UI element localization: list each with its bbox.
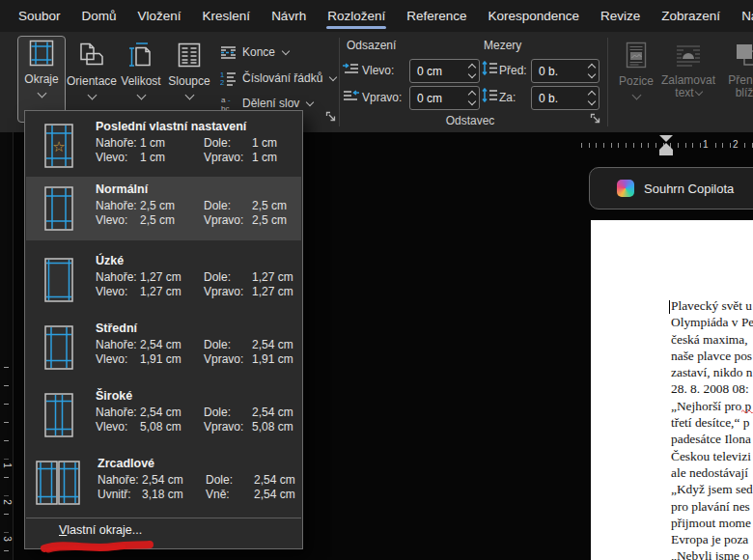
spinner-down-icon[interactable] <box>468 70 476 78</box>
spinner-down-icon[interactable] <box>588 98 596 105</box>
vertical-ruler[interactable]: 1 2 3 4 5 6 7 <box>0 132 14 560</box>
svg-text:2: 2 <box>220 78 224 86</box>
document-text[interactable]: Plavecký svět u Olympiáda v Pe česká max… <box>671 297 753 560</box>
spinner-down-icon[interactable] <box>588 70 596 78</box>
spinner-arrows[interactable] <box>469 63 475 79</box>
margin-label: Vlevo: <box>96 151 140 165</box>
chevron-down-icon <box>184 91 194 100</box>
doc-line: Českou televizi <box>671 448 753 464</box>
orientation-button[interactable]: Orientace <box>67 39 117 98</box>
menu-item-normal[interactable]: Normální Nahoře:2,5 cmDole:2,5 cm Vlevo:… <box>26 177 301 240</box>
doc-line: přijmout mome <box>671 515 753 531</box>
margin-label: Nahoře: <box>96 338 140 352</box>
spinner-arrows[interactable] <box>589 90 595 106</box>
tab-vlozeni[interactable]: Vložení <box>127 0 192 32</box>
tab-rozlozeni[interactable]: Rozložení <box>317 0 396 32</box>
svg-text:a: a <box>221 96 226 104</box>
doc-line: 28. 8. 2008 08: <box>671 380 753 397</box>
tab-revize[interactable]: Revize <box>590 0 651 32</box>
spacing-section-label: Mezery <box>484 39 521 52</box>
margin-label: Dole: <box>206 473 254 488</box>
indent-left-spinner[interactable]: 0 cm <box>409 59 480 83</box>
line-numbers-button[interactable]: 1 2 Číslování řádků <box>220 69 336 88</box>
position-icon <box>626 39 647 71</box>
menu-item-title: Normální <box>96 182 287 196</box>
margin-value: 1 cm <box>140 136 204 151</box>
menu-item-narrow[interactable]: Úzké Nahoře:1,27 cmDole:1,27 cm Vlevo:1,… <box>26 248 301 312</box>
wrap-text-label-line2: text <box>675 86 693 99</box>
menu-item-moderate[interactable]: Střední Nahoře:2,54 cmDole:2,54 cm Vlevo… <box>26 316 301 379</box>
copilot-summary-button[interactable]: Souhrn Copilota <box>589 167 753 210</box>
indent-right-icon <box>343 90 359 102</box>
tab-zobrazeni[interactable]: Zobrazení <box>651 0 731 32</box>
menu-item-title: Úzké <box>96 254 293 267</box>
menu-item-mirrored[interactable]: Zrcadlové Nahoře:2,54 cmDole:2,54 cm Uvn… <box>26 451 301 515</box>
tab-navrh[interactable]: Návrh <box>261 0 317 32</box>
page-setup-dialog-launcher-icon[interactable] <box>325 111 337 123</box>
margin-value: 2,5 cm <box>140 213 204 228</box>
spacing-after-icon <box>482 88 497 102</box>
margin-label: Vlevo: <box>96 285 140 299</box>
chevron-down-icon <box>329 73 337 81</box>
spacing-before-icon <box>482 61 497 75</box>
document-page[interactable]: Plavecký svět u Olympiáda v Pe česká max… <box>591 220 753 560</box>
tab-domu[interactable]: Domů <box>71 0 127 32</box>
spinner-down-icon[interactable] <box>468 98 476 105</box>
wrap-text-label-line1: Zalamovat <box>661 73 715 87</box>
margin-label: Vlevo: <box>96 213 140 228</box>
doc-line: „Když jsem sed <box>671 481 753 497</box>
svg-text:-: - <box>228 96 231 104</box>
tab-napoveda[interactable]: Nápověda <box>731 0 753 32</box>
menu-item-title: Střední <box>96 322 293 335</box>
copilot-icon <box>617 180 634 197</box>
tab-soubor[interactable]: Soubor <box>8 0 71 32</box>
margins-wide-icon <box>44 393 73 437</box>
indent-right-value: 0 cm <box>417 92 442 105</box>
tab-korespondence[interactable]: Korespondence <box>477 0 590 32</box>
ribbon-tab-bar: Soubor Domů Vložení Kreslení Návrh Rozlo… <box>0 0 753 32</box>
breaks-icon <box>220 45 237 60</box>
left-indent-marker-icon[interactable] <box>659 150 673 155</box>
spacing-before-value: 0 b. <box>539 65 558 78</box>
indent-marker[interactable] <box>659 135 673 155</box>
spacing-after-spinner[interactable]: 0 b. <box>531 86 600 110</box>
size-button[interactable]: Velikost <box>119 39 163 98</box>
columns-icon <box>177 39 202 71</box>
spinner-arrows[interactable] <box>589 63 595 79</box>
bring-forward-button: Přenést blíž <box>718 39 753 99</box>
chevron-down-icon <box>37 89 46 98</box>
doc-line: třetí desítce,“ p <box>671 414 753 431</box>
breaks-button[interactable]: Konce <box>220 42 289 62</box>
spacing-before-spinner[interactable]: 0 b. <box>531 59 600 83</box>
menu-item-last-custom[interactable]: ☆ Poslední vlastní nastavení Nahoře:1 cm… <box>26 114 301 178</box>
spinner-arrows[interactable] <box>469 90 475 106</box>
menu-item-wide[interactable]: Široké Nahoře:2,54 cmDole:2,54 cm Vlevo:… <box>26 383 301 447</box>
spacing-before-label: Před: <box>499 64 527 77</box>
menu-item-title: Poslední vlastní nastavení <box>96 120 277 133</box>
hanging-indent-marker-icon[interactable] <box>659 143 673 150</box>
margin-label: Vně: <box>206 488 254 502</box>
vertical-ruler-number: 3 <box>1 533 13 546</box>
word-window: Soubor Domů Vložení Kreslení Návrh Rozlo… <box>0 0 753 560</box>
margin-label: Vpravo: <box>204 285 252 299</box>
group-separator <box>607 38 608 126</box>
horizontal-ruler-number: 1 <box>701 139 711 151</box>
margin-value: 1,27 cm <box>252 285 293 299</box>
tab-kresleni[interactable]: Kreslení <box>192 0 262 32</box>
margin-label: Vpravo: <box>204 352 252 367</box>
margin-value: 2,5 cm <box>140 199 204 213</box>
indent-right-spinner[interactable]: 0 cm <box>409 86 480 110</box>
position-button: Pozice <box>614 39 658 98</box>
bring-forward-label-line2: blíž <box>736 86 753 99</box>
copilot-summary-label: Souhrn Copilota <box>644 182 734 196</box>
margin-label: Dole: <box>204 406 252 420</box>
menu-separator <box>26 518 301 518</box>
first-line-indent-marker-icon[interactable] <box>659 135 673 142</box>
spacing-after-value: 0 b. <box>539 92 558 105</box>
chevron-down-icon <box>631 91 641 100</box>
tab-reference[interactable]: Reference <box>396 0 477 32</box>
paragraph-dialog-launcher-icon[interactable] <box>590 113 601 125</box>
columns-button-label: Sloupce <box>168 74 209 88</box>
columns-button[interactable]: Sloupce <box>164 39 214 98</box>
chevron-down-icon <box>306 98 314 106</box>
